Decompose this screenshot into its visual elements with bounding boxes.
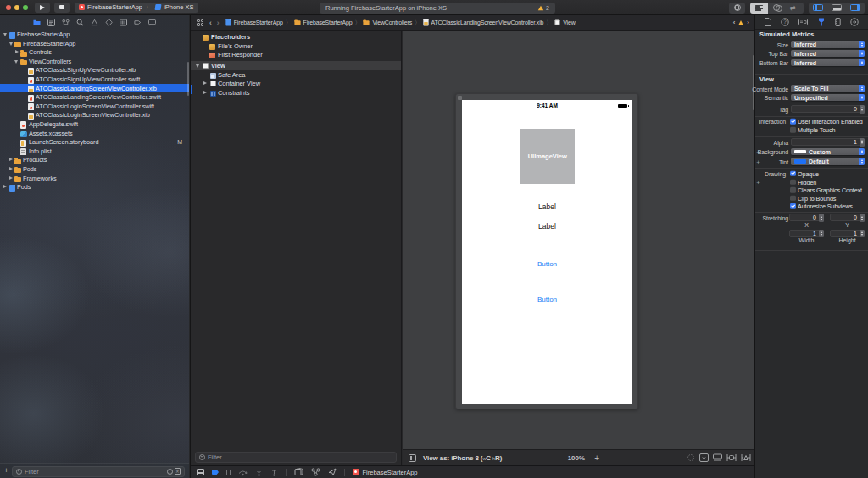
user-interaction-checkbox[interactable]: [790, 119, 796, 125]
step-into-button[interactable]: [255, 469, 263, 476]
identity-inspector-tab[interactable]: [798, 18, 808, 27]
disclosure-triangle[interactable]: [14, 60, 18, 65]
toggle-inspector-button[interactable]: [846, 3, 865, 14]
clears-graphics-checkbox[interactable]: [790, 187, 796, 193]
breadcrumb-item[interactable]: FirebaseStarterApp: [294, 19, 353, 26]
button-2[interactable]: Button: [462, 296, 632, 303]
tree-row[interactable]: ATCClassicLoginScreenViewController.xib: [0, 110, 189, 119]
stepper-control[interactable]: [860, 230, 865, 238]
tree-row[interactable]: Products: [0, 155, 189, 164]
outline-row[interactable]: Constraints: [191, 88, 401, 97]
stretching-y-field[interactable]: 0: [830, 214, 865, 221]
debug-view-hierarchy-button[interactable]: [294, 468, 303, 476]
assistant-editor-button[interactable]: [768, 3, 786, 14]
tree-row[interactable]: AppDelegate.swift: [0, 119, 189, 129]
add-constraints-button[interactable]: [726, 453, 737, 462]
tree-row[interactable]: FirebaseStarterApp: [0, 30, 189, 39]
tree-row[interactable]: Frameworks: [0, 174, 189, 183]
disclosure-triangle[interactable]: [203, 81, 207, 85]
connections-inspector-tab[interactable]: [850, 18, 859, 27]
tree-row[interactable]: ATCClassicLoginScreenViewController.swif…: [0, 102, 189, 111]
disclosure-triangle[interactable]: [9, 176, 13, 180]
tree-row-selected[interactable]: ATCClassicLandingScreenViewController.xi…: [0, 84, 189, 93]
view-as-label[interactable]: View as: iPhone 8 (wC hR): [423, 454, 502, 462]
outline-row-view[interactable]: View: [191, 61, 401, 70]
add-variation-button[interactable]: +: [756, 159, 760, 164]
label-1[interactable]: Label: [462, 203, 632, 211]
tree-row[interactable]: Pods: [0, 182, 189, 192]
zoom-level[interactable]: 100%: [568, 454, 585, 462]
stretching-height-field[interactable]: 1: [830, 230, 865, 237]
breadcrumb-item[interactable]: View: [554, 19, 575, 25]
pause-button[interactable]: [226, 470, 231, 475]
device-config-icon[interactable]: [409, 454, 416, 462]
find-navigator-tab[interactable]: [76, 19, 84, 26]
toggle-debug-area-button[interactable]: [827, 3, 846, 14]
hide-debug-area-button[interactable]: [197, 469, 204, 475]
stepper-control[interactable]: [860, 105, 865, 114]
stop-button[interactable]: [54, 3, 70, 13]
content-mode-popup[interactable]: Scale To Fill: [791, 85, 865, 92]
memory-graph-button[interactable]: [311, 468, 320, 476]
disclosure-triangle[interactable]: [9, 42, 13, 47]
stepper-control[interactable]: [819, 230, 824, 238]
background-popup[interactable]: Custom: [791, 148, 865, 156]
label-2[interactable]: Label: [462, 222, 632, 231]
size-popup[interactable]: Inferred: [791, 41, 865, 48]
step-over-button[interactable]: [238, 469, 248, 476]
outline-row[interactable]: Safe Area: [191, 70, 401, 80]
add-variation-button[interactable]: +: [756, 180, 760, 184]
go-forward-button[interactable]: ›: [217, 19, 220, 27]
size-inspector-tab[interactable]: [835, 18, 841, 27]
opaque-checkbox[interactable]: [790, 170, 796, 176]
tree-row[interactable]: LaunchScreen.storyboardM: [0, 137, 189, 147]
multiple-touch-checkbox[interactable]: [790, 127, 796, 133]
standard-editor-button[interactable]: [750, 3, 768, 14]
breakpoints-toggle-button[interactable]: [212, 470, 219, 475]
toggle-navigator-button[interactable]: [809, 3, 827, 14]
breadcrumb-item[interactable]: ViewControllers: [363, 19, 412, 26]
disclosure-triangle[interactable]: [3, 33, 7, 38]
zoom-in-button[interactable]: +: [594, 453, 599, 463]
recent-files-icon[interactable]: [167, 469, 173, 475]
stepper-control[interactable]: [860, 138, 865, 147]
tag-field[interactable]: 0: [791, 105, 865, 113]
resolve-autolayout-button[interactable]: [741, 453, 751, 462]
next-issue-button[interactable]: ›: [747, 19, 749, 26]
simulate-location-button[interactable]: [328, 468, 337, 476]
tree-row[interactable]: ATCClassicSignUpViewController.swift: [0, 75, 189, 84]
disclosure-triangle[interactable]: [9, 167, 13, 170]
disclosure-triangle[interactable]: [203, 91, 207, 94]
navigator-filter-field[interactable]: Filter: [12, 466, 185, 477]
stepper-control[interactable]: [860, 214, 865, 222]
disclosure-triangle[interactable]: [196, 64, 199, 69]
file-inspector-tab[interactable]: [765, 18, 771, 27]
scene-close-icon[interactable]: [458, 96, 462, 100]
tree-row[interactable]: Info.plist: [0, 147, 189, 156]
disclosure-triangle[interactable]: [9, 158, 13, 161]
tree-row[interactable]: ATCClassicLandingScreenViewController.sw…: [0, 92, 189, 102]
autoresize-checkbox[interactable]: [790, 203, 796, 209]
breadcrumb-item[interactable]: ATCClassicLandingScreenViewController.xi…: [423, 19, 543, 26]
align-button[interactable]: [713, 453, 722, 462]
symbol-navigator-tab[interactable]: [62, 19, 70, 26]
minimize-window-button[interactable]: [14, 5, 19, 10]
view-controller-scene[interactable]: 9:41 AM UIImageView Label Label Button B…: [455, 93, 638, 409]
navigator-scrollbar[interactable]: [187, 62, 189, 96]
outline-row[interactable]: First Responder: [191, 50, 401, 59]
stretching-width-field[interactable]: 1: [789, 230, 824, 237]
tree-row[interactable]: Assets.xcassets: [0, 129, 189, 138]
issue-navigator-tab[interactable]: [91, 19, 98, 26]
close-window-button[interactable]: [6, 5, 11, 10]
previous-issue-button[interactable]: ‹: [733, 19, 736, 26]
tint-popup[interactable]: Default: [791, 158, 865, 165]
outline-filter-field[interactable]: Filter: [195, 452, 397, 463]
go-back-button[interactable]: ‹: [209, 19, 212, 27]
uiimageview[interactable]: UIImageView: [520, 129, 576, 184]
update-frames-button[interactable]: [687, 453, 695, 462]
unsaved-files-icon[interactable]: [175, 468, 181, 475]
warning-group[interactable]: 2: [537, 5, 549, 11]
disclosure-triangle[interactable]: [3, 185, 7, 188]
zoom-out-button[interactable]: –: [554, 453, 559, 463]
debug-navigator-tab[interactable]: [120, 19, 127, 26]
